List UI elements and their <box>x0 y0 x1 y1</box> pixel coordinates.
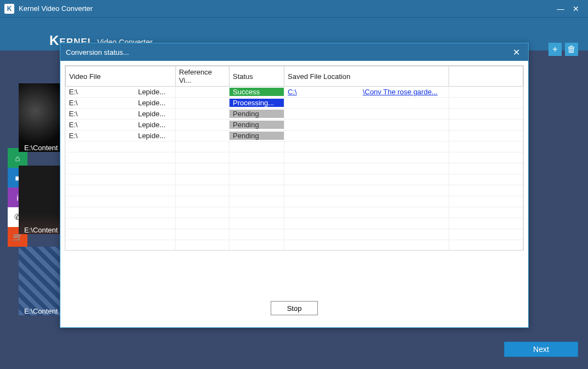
cell-location[interactable]: C:\\Conv The rose garde... <box>284 87 449 98</box>
table-row[interactable]: E:\Lepide...Pending <box>66 120 523 130</box>
video-thumb[interactable]: E:\Content <box>19 83 60 152</box>
cell-spacer <box>449 120 523 130</box>
saved-location-link[interactable]: C:\\Conv The rose garde... <box>288 88 438 96</box>
titlebar: K Kernel Video Converter — ✕ <box>0 0 588 18</box>
cell-location <box>284 120 449 130</box>
dialog-body: Video File Reference Vi... Status Saved … <box>60 61 528 327</box>
table-row <box>66 229 523 240</box>
cell-status: Pending <box>229 109 284 120</box>
conversion-table: Video File Reference Vi... Status Saved … <box>65 65 524 251</box>
table-row <box>66 174 523 185</box>
cell-video-file: E:\Lepide... <box>66 130 176 141</box>
video-thumb[interactable]: E:\Content <box>19 166 60 234</box>
col-video-file[interactable]: Video File <box>66 66 176 87</box>
cell-location <box>284 98 449 109</box>
conversion-status-dialog: Conversion status... ✕ Video File Refere… <box>60 43 529 328</box>
cell-spacer <box>449 130 523 141</box>
home-icon: ⌂ <box>15 154 20 163</box>
app-logo: K <box>4 4 14 14</box>
add-button[interactable]: + <box>548 43 562 56</box>
col-spacer <box>449 66 523 87</box>
cell-reference <box>176 130 229 141</box>
cell-status: Processing... <box>229 98 284 109</box>
delete-button[interactable]: 🗑 <box>565 43 578 56</box>
cell-status: Pending <box>229 120 284 130</box>
cell-status: Pending <box>229 130 284 141</box>
cell-video-file: E:\Lepide... <box>66 87 176 98</box>
cell-reference <box>176 120 229 130</box>
cell-reference <box>176 109 229 120</box>
dialog-title: Conversion status... <box>66 48 509 56</box>
table-row[interactable]: E:\Lepide...SuccessC:\\Conv The rose gar… <box>66 87 523 98</box>
table-row <box>66 196 523 207</box>
cell-location <box>284 130 449 141</box>
col-reference-video[interactable]: Reference Vi... <box>176 66 229 87</box>
minimize-button[interactable]: — <box>553 2 568 15</box>
table-row <box>66 185 523 196</box>
close-button[interactable]: ✕ <box>568 2 584 15</box>
content-area: Kernel Video Converter + 🗑 ⌂ ■ i ✆ 🛒 E:\… <box>0 18 588 369</box>
thumb-caption: E:\Content <box>24 144 60 152</box>
cell-status: Success <box>229 87 284 98</box>
cell-video-file: E:\Lepide... <box>66 98 176 109</box>
dialog-footer: Stop <box>65 251 524 323</box>
thumb-caption: E:\Content <box>24 307 60 315</box>
cell-reference <box>176 98 229 109</box>
video-thumb[interactable]: E:\Content <box>19 247 60 315</box>
table-row <box>66 152 523 163</box>
next-button[interactable]: Next <box>504 342 578 357</box>
cell-spacer <box>449 98 523 109</box>
table-row[interactable]: E:\Lepide...Pending <box>66 109 523 120</box>
table-row <box>66 207 523 218</box>
app-title: Kernel Video Converter <box>19 4 553 13</box>
dialog-close-button[interactable]: ✕ <box>509 47 523 58</box>
cell-spacer <box>449 87 523 98</box>
cell-location <box>284 109 449 120</box>
table-header-row: Video File Reference Vi... Status Saved … <box>66 66 523 87</box>
table-row <box>66 163 523 174</box>
thumb-caption: E:\Content <box>24 226 60 234</box>
cell-reference <box>176 87 229 98</box>
col-saved-location[interactable]: Saved File Location <box>284 66 449 87</box>
cell-spacer <box>449 109 523 120</box>
plus-icon: + <box>552 44 557 54</box>
table-row <box>66 141 523 152</box>
stop-button[interactable]: Stop <box>271 301 318 315</box>
table-row[interactable]: E:\Lepide...Processing... <box>66 98 523 109</box>
table-row <box>66 240 523 251</box>
table-row <box>66 218 523 229</box>
cell-video-file: E:\Lepide... <box>66 120 176 130</box>
table-row[interactable]: E:\Lepide...Pending <box>66 130 523 141</box>
cell-video-file: E:\Lepide... <box>66 109 176 120</box>
dialog-header: Conversion status... ✕ <box>60 43 528 61</box>
trash-icon: 🗑 <box>567 44 576 54</box>
col-status[interactable]: Status <box>229 66 284 87</box>
